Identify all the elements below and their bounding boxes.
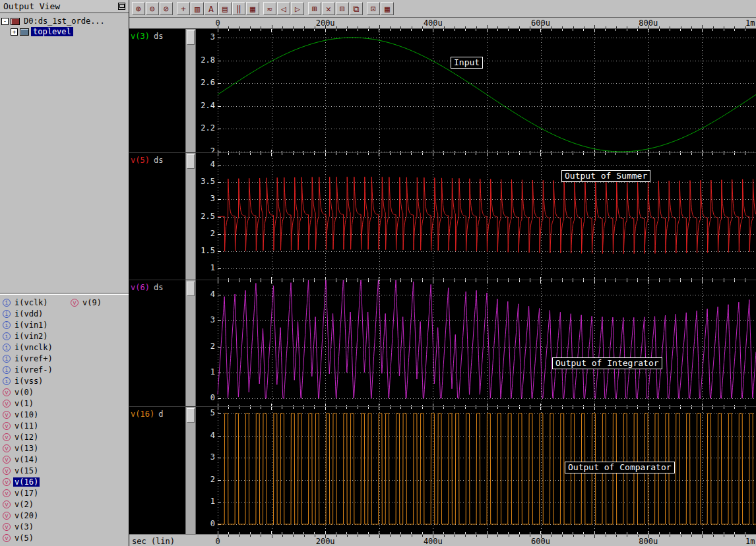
signal-item[interactable]: vv(1) bbox=[3, 398, 71, 409]
tile-windows-button[interactable]: ⧉ bbox=[350, 2, 363, 15]
signal-item-label[interactable]: v(5) bbox=[13, 533, 35, 543]
signal-item[interactable]: vv(3) bbox=[3, 521, 71, 532]
y-axis-label: 0 bbox=[196, 393, 215, 402]
signal-item-label[interactable]: v(10) bbox=[13, 410, 40, 419]
signal-item[interactable]: vv(13) bbox=[3, 442, 71, 454]
panel-scrollbar[interactable] bbox=[185, 280, 196, 407]
tree-item-label[interactable]: D0:ds_1st_orde... bbox=[22, 16, 107, 26]
pan-left-button[interactable]: ◁ bbox=[277, 2, 290, 15]
waveform-tool-button[interactable]: ≈ bbox=[263, 2, 276, 15]
tree-item-design[interactable]: - D0:ds_1st_orde... bbox=[1, 16, 127, 26]
marker-a-button[interactable]: A bbox=[205, 2, 218, 15]
signal-item[interactable]: vv(16) bbox=[3, 476, 71, 487]
collapse-icon[interactable]: - bbox=[1, 18, 9, 25]
dock-window-button[interactable]: ⊡ bbox=[367, 2, 380, 15]
signal-item[interactable]: ii(vref-) bbox=[3, 364, 71, 375]
signal-item[interactable]: ii(vdd) bbox=[3, 308, 71, 319]
signal-item-label[interactable]: v(2) bbox=[13, 500, 35, 509]
signal-item[interactable]: vv(14) bbox=[3, 454, 71, 465]
signal-item[interactable]: ii(vnclk) bbox=[3, 342, 71, 353]
time-tick-label: 200u bbox=[316, 537, 335, 546]
crosshair-button[interactable]: + bbox=[177, 2, 190, 15]
signal-item-label[interactable]: i(vref-) bbox=[13, 365, 54, 375]
tree-item-label[interactable]: toplevel bbox=[31, 27, 73, 36]
signal-item[interactable]: vv(17) bbox=[3, 487, 71, 499]
signal-item-label[interactable]: v(20) bbox=[13, 511, 40, 520]
signal-item[interactable]: vv(20) bbox=[3, 510, 71, 521]
signal-item-label[interactable]: v(9) bbox=[81, 298, 103, 307]
signal-name-cell[interactable]: v(16)d bbox=[129, 407, 185, 534]
signal-item[interactable]: vv(2) bbox=[3, 499, 71, 510]
signal-item-label[interactable]: v(3) bbox=[13, 522, 35, 531]
signal-item[interactable]: vv(12) bbox=[3, 431, 71, 442]
signal-item-label[interactable]: i(vnclk) bbox=[13, 343, 54, 352]
signal-item-label[interactable]: v(14) bbox=[13, 455, 40, 464]
signal-item[interactable]: vv(10) bbox=[3, 409, 71, 420]
signal-name-cell[interactable]: v(3)ds bbox=[129, 29, 185, 153]
signal-item-label[interactable]: i(vref+) bbox=[13, 354, 54, 363]
split-vertical-icon: ‖ bbox=[236, 5, 241, 13]
tree-item-toplevel[interactable]: + toplevel bbox=[1, 26, 127, 37]
scrollbar-thumb[interactable] bbox=[187, 30, 195, 45]
signal-name-cell[interactable]: v(5)ds bbox=[129, 153, 185, 280]
waveform-plot[interactable]: 43.532.521.51Output of Summer bbox=[196, 153, 756, 280]
signal-item[interactable]: vv(9) bbox=[71, 297, 103, 308]
waveform-plot[interactable]: 43210Output of Integrator bbox=[196, 280, 756, 407]
ruler-button[interactable]: ▥ bbox=[191, 2, 204, 15]
zoom-out-button[interactable]: ⊖ bbox=[146, 2, 159, 15]
measure-button[interactable]: ▦ bbox=[246, 2, 259, 15]
signal-item[interactable]: ii(vin2) bbox=[3, 330, 71, 342]
signal-item[interactable]: vv(0) bbox=[3, 386, 71, 398]
time-tick bbox=[358, 535, 358, 537]
new-window-button[interactable]: ⊞ bbox=[308, 2, 321, 15]
signal-item-label[interactable]: i(vss) bbox=[13, 377, 44, 386]
waveform-plot[interactable]: 32.82.62.42.22Input bbox=[196, 29, 756, 153]
signal-item[interactable]: ii(vin1) bbox=[3, 319, 71, 330]
signal-name-cell[interactable]: v(6)ds bbox=[129, 280, 185, 407]
signal-item-label[interactable]: v(17) bbox=[13, 489, 40, 498]
signal-item-label[interactable]: i(vin1) bbox=[13, 320, 49, 330]
panel-scrollbar[interactable] bbox=[185, 29, 196, 153]
zoom-off-button[interactable]: ⊘ bbox=[160, 2, 173, 15]
signal-item[interactable]: vv(5) bbox=[3, 532, 71, 543]
split-vertical-button[interactable]: ‖ bbox=[232, 2, 245, 15]
time-tick-label: 1m bbox=[745, 18, 755, 28]
scrollbar-thumb[interactable] bbox=[187, 282, 195, 296]
grid-view-icon: ▦ bbox=[385, 5, 390, 13]
delete-button[interactable]: ✕ bbox=[322, 2, 335, 15]
grid-view-button[interactable]: ▦ bbox=[381, 2, 394, 15]
trace-annotation[interactable]: Input bbox=[451, 57, 483, 69]
trace-annotation[interactable]: Output of Integrator bbox=[552, 357, 662, 369]
expand-icon[interactable]: + bbox=[11, 28, 18, 36]
time-tick bbox=[702, 535, 703, 538]
signal-item-label[interactable]: v(15) bbox=[13, 466, 40, 475]
output-view-panel: Output View - D0:ds_1st_orde... + toplev… bbox=[0, 0, 129, 546]
panel-scrollbar[interactable] bbox=[185, 407, 196, 534]
panel-scrollbar[interactable] bbox=[185, 153, 196, 280]
signal-item-label[interactable]: i(vin2) bbox=[13, 332, 49, 341]
time-tick bbox=[616, 535, 617, 537]
scrollbar-thumb[interactable] bbox=[187, 408, 195, 423]
signal-item[interactable]: ii(vclk) bbox=[3, 297, 71, 308]
signal-item[interactable]: vv(11) bbox=[3, 420, 71, 431]
signal-item-label[interactable]: v(0) bbox=[13, 388, 35, 397]
signal-item-label[interactable]: v(12) bbox=[13, 433, 40, 442]
scrollbar-thumb[interactable] bbox=[187, 154, 195, 169]
waveform-plot[interactable]: 543210Output of Comparator bbox=[196, 407, 756, 534]
undock-icon[interactable] bbox=[118, 3, 125, 10]
pan-right-button[interactable]: ▷ bbox=[291, 2, 304, 15]
trace-annotation[interactable]: Output of Comparator bbox=[565, 462, 675, 473]
zoom-in-button[interactable]: ⊕ bbox=[132, 2, 145, 15]
signal-item-label[interactable]: v(16) bbox=[13, 477, 40, 487]
signal-item-label[interactable]: i(vclk) bbox=[13, 298, 49, 307]
trace-annotation[interactable]: Output of Summer bbox=[561, 170, 650, 182]
signal-item[interactable]: vv(15) bbox=[3, 465, 71, 476]
signal-item-label[interactable]: i(vdd) bbox=[13, 309, 44, 318]
remove-panel-button[interactable]: ⊟ bbox=[336, 2, 349, 15]
signal-item-label[interactable]: v(13) bbox=[13, 444, 40, 453]
signal-item-label[interactable]: v(1) bbox=[13, 399, 35, 408]
signal-item-label[interactable]: v(11) bbox=[13, 421, 40, 431]
signal-item[interactable]: ii(vref+) bbox=[3, 353, 71, 364]
grid-button[interactable]: ▤ bbox=[218, 2, 232, 15]
signal-item[interactable]: ii(vss) bbox=[3, 375, 71, 386]
